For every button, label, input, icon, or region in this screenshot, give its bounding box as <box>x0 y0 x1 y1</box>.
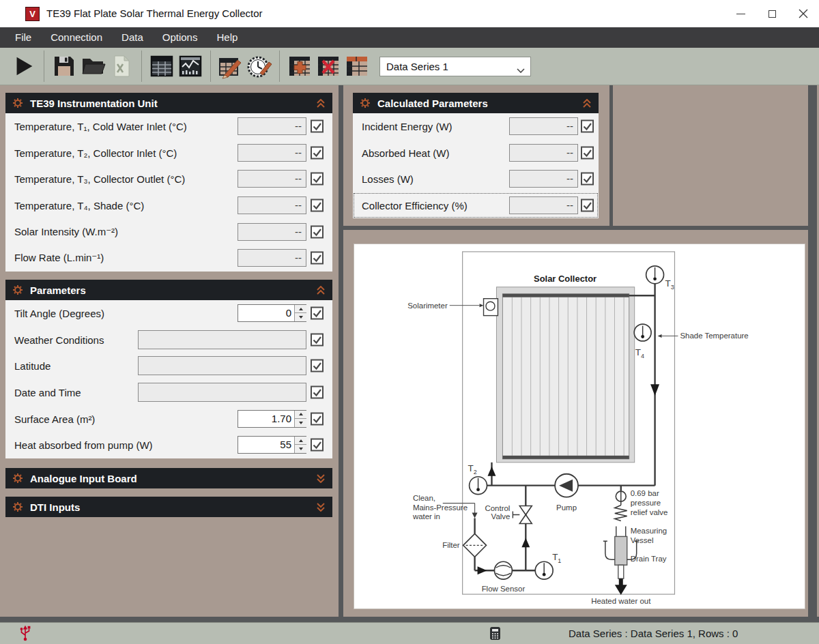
menu-file[interactable]: File <box>5 27 41 48</box>
play-icon <box>12 54 36 78</box>
checkbox[interactable] <box>311 120 324 133</box>
collapse-chevron-icon[interactable] <box>316 99 326 108</box>
panel-analogue-header[interactable]: Analogue Input Board <box>5 468 332 488</box>
edit-data-button[interactable] <box>216 51 245 81</box>
panel-analogue-input-board: Analogue Input Board <box>5 468 332 488</box>
spin-down-button[interactable] <box>295 419 306 427</box>
play-button[interactable] <box>10 51 38 81</box>
spin-up-button[interactable] <box>295 411 306 419</box>
parameter-row: Tilt Angle (Degrees) 0 <box>5 300 332 327</box>
check-icon <box>312 387 322 398</box>
sample-clock-icon <box>246 53 272 79</box>
expand-chevron-icon[interactable] <box>316 474 326 483</box>
row-label: Collector Efficiency (%) <box>362 199 468 211</box>
checkbox[interactable] <box>311 386 324 399</box>
checkbox[interactable] <box>581 173 594 186</box>
latitude-input[interactable] <box>138 356 306 375</box>
checkbox[interactable] <box>581 146 594 159</box>
calculated-row: Absorbed Heat (W) -- <box>353 140 599 166</box>
svg-text:Heated water out: Heated water out <box>591 597 651 605</box>
data-series-columns-icon <box>344 53 370 79</box>
horizontal-splitter[interactable] <box>343 226 808 230</box>
checkbox[interactable] <box>311 225 324 238</box>
graph-view-button[interactable] <box>176 51 205 81</box>
export-excel-icon <box>109 53 134 79</box>
data-series-dropdown[interactable]: Data Series 1 <box>379 57 531 76</box>
pump-heat-spinner[interactable]: 55 <box>238 436 306 454</box>
spin-down-button[interactable] <box>295 313 306 321</box>
checkbox[interactable] <box>311 146 324 159</box>
svg-text:pressure: pressure <box>631 499 661 507</box>
instrument-row: Temperature, T₁, Cold Water Inlet (°C) -… <box>5 113 332 140</box>
check-icon <box>312 253 322 263</box>
svg-text:Shade Temperature: Shade Temperature <box>680 332 748 340</box>
calculated-row-focused: Collector Efficiency (%) -- <box>353 192 599 219</box>
solar-collector-schematic: Solar Collector <box>354 244 805 609</box>
instrument-row: Temperature, T₃, Collector Outlet (°C) -… <box>5 166 332 192</box>
panel-instrumentation-header[interactable]: TE39 Instrumentation Unit <box>5 93 332 113</box>
checkbox[interactable] <box>311 173 324 186</box>
panel-dti-header[interactable]: DTI Inputs <box>5 497 332 517</box>
spin-up-button[interactable] <box>295 437 306 445</box>
t3-sensor: T3 <box>646 266 674 291</box>
checkbox[interactable] <box>311 252 324 265</box>
vertical-splitter[interactable] <box>339 85 343 617</box>
collapse-chevron-icon[interactable] <box>316 286 326 295</box>
weather-conditions-input[interactable] <box>138 330 306 349</box>
data-series-columns-button[interactable] <box>343 51 371 81</box>
title-bar: V TE39 Flat Plate Solar Thermal Energy C… <box>0 0 819 27</box>
surface-area-spinner[interactable]: 1.70 <box>238 410 306 428</box>
close-icon <box>799 9 808 18</box>
water-in-label: Clean, Mains-Pressure water in <box>412 494 478 521</box>
close-button[interactable] <box>788 0 819 27</box>
maximize-button[interactable] <box>756 0 788 27</box>
pump: Pump <box>555 474 578 512</box>
value-display: -- <box>509 170 578 188</box>
panel-calculated-header[interactable]: Calculated Parameters <box>353 93 599 113</box>
add-data-series-button[interactable] <box>285 51 314 81</box>
svg-text:T3: T3 <box>665 278 674 291</box>
gear-icon <box>12 473 23 484</box>
panel-dti-inputs: DTI Inputs <box>5 497 332 517</box>
panel-parameters-header[interactable]: Parameters <box>5 280 332 300</box>
date-time-input[interactable] <box>138 383 306 402</box>
save-button[interactable] <box>50 51 78 81</box>
checkbox[interactable] <box>311 333 324 346</box>
spin-up-button[interactable] <box>295 305 306 313</box>
svg-text:Pump: Pump <box>556 503 577 512</box>
table-view-button[interactable] <box>147 51 176 81</box>
checkbox[interactable] <box>581 199 594 211</box>
svg-text:Vessel: Vessel <box>631 536 654 544</box>
checkbox[interactable] <box>311 412 324 425</box>
menu-connection[interactable]: Connection <box>41 27 112 48</box>
checkbox[interactable] <box>311 439 324 452</box>
export-excel-button[interactable] <box>107 51 136 81</box>
add-data-series-icon <box>287 53 313 79</box>
svg-text:Flow Sensor: Flow Sensor <box>482 585 526 593</box>
svg-text:Valve: Valve <box>491 512 511 521</box>
menu-data[interactable]: Data <box>112 27 153 48</box>
expand-chevron-icon[interactable] <box>316 503 326 512</box>
checkbox[interactable] <box>311 199 324 212</box>
filter: Filter <box>442 533 486 557</box>
minimize-button[interactable] <box>725 0 756 27</box>
spin-down-button[interactable] <box>295 445 306 453</box>
collapse-chevron-icon[interactable] <box>582 99 592 108</box>
toolbar-separator <box>279 50 280 82</box>
tilt-angle-spinner[interactable]: 0 <box>238 304 306 322</box>
check-icon <box>312 440 322 450</box>
check-icon <box>312 361 322 371</box>
checkbox[interactable] <box>311 307 324 320</box>
check-icon <box>312 121 322 132</box>
checkbox[interactable] <box>581 120 594 133</box>
delete-data-series-button[interactable] <box>314 51 343 81</box>
check-icon <box>312 147 322 158</box>
checkbox[interactable] <box>311 360 324 372</box>
sample-clock-button[interactable] <box>245 51 274 81</box>
menu-options[interactable]: Options <box>153 27 207 48</box>
menu-help[interactable]: Help <box>207 27 247 48</box>
row-label: Weather Conditions <box>14 334 104 345</box>
check-icon <box>582 174 592 184</box>
t4-sensor: T4 <box>634 324 651 360</box>
open-button[interactable] <box>78 51 107 81</box>
